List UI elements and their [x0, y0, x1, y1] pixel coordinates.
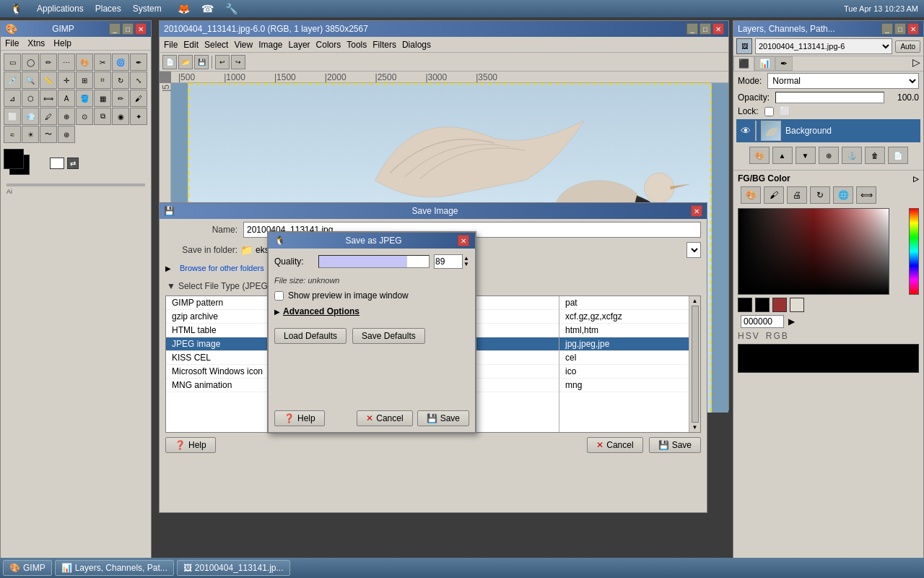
toolbar-save[interactable]: 💾 [194, 55, 209, 69]
tab-channels[interactable]: 📊 [754, 56, 775, 71]
layers-minimize[interactable]: _ [881, 23, 893, 35]
color-picker-gradient[interactable] [738, 208, 889, 295]
tool-bucket-fill[interactable]: 🪣 [76, 90, 93, 107]
menu-select-main[interactable]: Select [204, 40, 228, 50]
save-image-cancel-btn[interactable]: ✕ Cancel [587, 437, 642, 453]
color-brush-btn[interactable]: 🖌 [764, 186, 784, 204]
save-jpeg-close[interactable]: ✕ [458, 235, 469, 246]
tool-crop[interactable]: ⌗ [94, 72, 111, 89]
layer-duplicate-btn[interactable]: ⊕ [819, 147, 839, 164]
advanced-options-toggle[interactable]: ▶ Advanced Options [274, 303, 469, 319]
layers-maximize[interactable]: □ [894, 23, 906, 35]
color-filter-btn[interactable]: ⟺ [856, 186, 876, 204]
layer-lower-btn[interactable]: ▼ [796, 147, 816, 164]
gimp-main-minimize[interactable]: _ [687, 23, 698, 35]
tool-ink[interactable]: 🖊 [40, 108, 57, 125]
color-pick-btn[interactable]: ▶ [788, 316, 795, 327]
tab-layers[interactable]: ⬛ [733, 56, 754, 71]
tool-free-select[interactable]: ✏ [40, 53, 57, 71]
tool-fg-select[interactable]: 🌀 [112, 53, 129, 71]
tool-smudge[interactable]: ≈ [4, 126, 21, 143]
menu-file[interactable]: File [5, 38, 19, 48]
color-rotate-btn[interactable]: ↻ [810, 186, 830, 204]
menu-dialogs-main[interactable]: Dialogs [402, 40, 431, 50]
toolbar-open[interactable]: 📂 [178, 55, 193, 69]
jpeg-save-btn[interactable]: 💾 Save [417, 410, 469, 426]
tool-align[interactable]: ⊞ [76, 72, 93, 89]
gimp-toolbox-minimize[interactable]: _ [109, 23, 121, 35]
reset-colors-btn[interactable] [50, 158, 64, 169]
jpeg-help-btn[interactable]: ❓ Help [274, 410, 325, 426]
menu-applications[interactable]: Applications [32, 2, 88, 15]
quality-slider[interactable] [318, 255, 430, 268]
gimp-toolbox-close[interactable]: ✕ [135, 23, 147, 35]
menu-xtns[interactable]: Xtns [27, 38, 45, 48]
tool-blend[interactable]: ▦ [94, 90, 111, 107]
history-color-2[interactable] [790, 298, 804, 312]
save-image-help-btn[interactable]: ❓ Help [165, 437, 216, 453]
tool-color-picker[interactable]: 💉 [4, 72, 21, 89]
layers-taskbar-btn[interactable]: 📊 Layers, Channels, Pat... [55, 560, 174, 576]
tool-sharpen[interactable]: ✦ [130, 108, 147, 125]
tool-curves[interactable]: 〜 [40, 126, 57, 143]
tool-rect-select[interactable]: ▭ [4, 53, 21, 71]
fg-color[interactable] [738, 298, 752, 312]
menu-places[interactable]: Places [91, 2, 126, 15]
layer-anchor-btn[interactable]: ⚓ [842, 147, 862, 164]
quality-spinner[interactable]: ▲ ▼ [463, 256, 469, 267]
gimp-main-maximize[interactable]: □ [699, 23, 711, 35]
swap-colors-btn[interactable]: ⇄ [67, 158, 79, 169]
save-image-save-btn[interactable]: 💾 Save [649, 437, 701, 453]
lock-alpha-icon[interactable]: ⬜ [780, 106, 790, 116]
tool-shear[interactable]: ⊿ [4, 90, 21, 107]
gimp-toolbox-maximize[interactable]: □ [122, 23, 134, 35]
tool-rotate[interactable]: ↻ [112, 72, 129, 89]
save-image-close[interactable]: ✕ [691, 205, 702, 217]
file-list-scrollbar[interactable]: ▲ ▼ [689, 296, 700, 432]
layer-raise-btn[interactable]: ▲ [772, 147, 793, 164]
tool-pencil[interactable]: ✏ [112, 90, 129, 107]
menu-layer-main[interactable]: Layer [289, 40, 310, 50]
tool-scissors[interactable]: ✂ [94, 53, 111, 71]
scroll-down[interactable]: ▼ [692, 424, 698, 431]
layers-close[interactable]: ✕ [907, 23, 919, 35]
tool-airbrush[interactable]: 💨 [22, 108, 39, 125]
fg-color-2[interactable] [755, 298, 770, 312]
history-color-1[interactable] [772, 298, 787, 312]
tab-paths[interactable]: ✒ [775, 56, 793, 71]
gimp-taskbar-btn[interactable]: 🎨 GIMP [3, 560, 52, 576]
tool-blur[interactable]: ◉ [112, 108, 129, 125]
tool-paintbrush[interactable]: 🖌 [130, 90, 147, 107]
tool-text[interactable]: A [58, 90, 75, 107]
quality-value[interactable]: 89 [434, 254, 463, 269]
jpeg-cancel-btn[interactable]: ✕ Cancel [357, 410, 412, 426]
layer-item-background[interactable]: 👁 Background [736, 119, 920, 142]
color-edit-btn[interactable]: 🎨 [741, 186, 761, 204]
tool-ellipse-select[interactable]: ◯ [22, 53, 39, 71]
color-web-btn[interactable]: 🌐 [833, 186, 853, 204]
tool-eraser[interactable]: ⬜ [4, 108, 21, 125]
tool-select-by-color[interactable]: 🎨 [76, 53, 93, 71]
hue-bar[interactable] [909, 208, 919, 295]
scroll-up[interactable]: ▲ [692, 298, 698, 304]
gimp-main-close[interactable]: ✕ [712, 23, 724, 35]
menu-tools-main[interactable]: Tools [346, 40, 367, 50]
layer-visibility-toggle[interactable]: 👁 [741, 125, 751, 137]
hex-input[interactable] [741, 315, 784, 328]
tool-measure[interactable]: 📏 [40, 72, 57, 89]
toolbar-redo[interactable]: ↪ [231, 55, 245, 69]
tool-heal[interactable]: ⊙ [76, 108, 93, 125]
tool-perspective[interactable]: ⬡ [22, 90, 39, 107]
menu-image-main[interactable]: Image [258, 40, 282, 50]
tool-fuzzy-select[interactable]: ⋯ [58, 53, 75, 71]
layer-delete-btn[interactable]: 🗑 [865, 147, 885, 164]
tool-hue[interactable]: ⊛ [58, 126, 75, 143]
layer-add-btn[interactable]: 📄 [888, 147, 908, 164]
folder-dropdown[interactable]: ▼ [687, 242, 701, 258]
lock-pixels-checkbox[interactable] [764, 107, 774, 116]
layers-expand-btn[interactable]: ▷ [910, 56, 923, 71]
save-defaults-btn[interactable]: Save Defaults [352, 328, 425, 344]
color-print-btn[interactable]: 🖨 [787, 186, 807, 204]
menu-system[interactable]: System [128, 2, 166, 15]
fg-color-swatch[interactable] [4, 149, 24, 169]
